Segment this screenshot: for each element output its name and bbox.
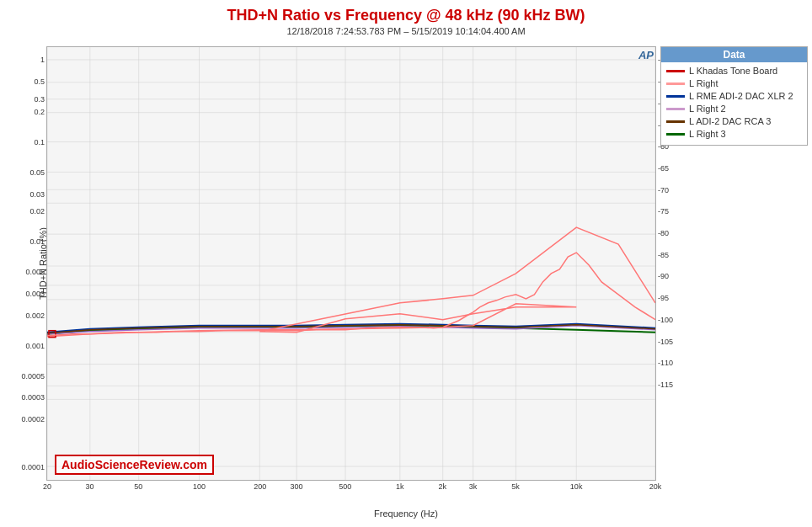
legend-item-label: L ADI-2 DAC RCA 3: [689, 116, 771, 126]
y-tick-right: -115: [658, 381, 673, 389]
x-tick: 200: [254, 482, 266, 491]
y-tick-left: 0.003: [25, 290, 45, 298]
y-tick-left: 0.0003: [21, 393, 45, 402]
x-tick: 10k: [570, 482, 583, 491]
legend-color-swatch: [666, 95, 685, 98]
legend-item: L Right: [666, 78, 802, 88]
chart-container: THD+N Ratio vs Frequency @ 48 kHz (90 kH…: [0, 0, 812, 527]
y-tick-left: 0.005: [25, 268, 45, 276]
y-tick-left: 0.3: [34, 95, 45, 104]
legend-item: L Khadas Tone Board: [666, 66, 802, 76]
x-tick: 500: [339, 482, 351, 491]
x-tick: 5k: [511, 482, 520, 491]
x-tick: 2k: [439, 482, 447, 491]
y-tick-right: -75: [658, 207, 669, 216]
y-tick-right: -90: [658, 272, 669, 280]
legend-item-label: L Right 3: [689, 129, 726, 139]
chart-title: THD+N Ratio vs Frequency @ 48 kHz (90 kH…: [0, 0, 812, 24]
y-tick-left: 0.2: [34, 108, 45, 116]
x-tick: 1k: [396, 482, 404, 491]
y-tick-left: 0.02: [29, 207, 45, 216]
legend-item-label: L Right: [689, 78, 718, 88]
legend-box: Data L Khadas Tone BoardL RightL RME ADI…: [660, 46, 808, 146]
y-tick-right: -85: [658, 251, 669, 259]
y-tick-left: 0.03: [29, 190, 45, 199]
y-tick-right: -100: [658, 316, 673, 324]
y-tick-left: 0.1: [34, 138, 45, 146]
legend-item: L ADI-2 DAC RCA 3: [666, 116, 802, 126]
y-tick-left: 0.5: [34, 77, 45, 86]
x-tick: 3k: [469, 482, 478, 491]
legend-color-swatch: [666, 108, 685, 110]
legend-item-label: L Right 2: [689, 104, 726, 114]
legend-color-swatch: [666, 83, 685, 85]
legend-item-label: L Khadas Tone Board: [689, 66, 777, 76]
y-tick-left: 0.05: [29, 168, 45, 177]
legend-color-swatch: [666, 70, 685, 72]
y-tick-left: 0.002: [25, 311, 45, 320]
x-tick: 30: [86, 482, 94, 491]
chart-subtitle: 12/18/2018 7:24:53.783 PM – 5/15/2019 10…: [0, 26, 812, 36]
x-tick: 20k: [649, 482, 662, 491]
y-tick-right: -110: [658, 359, 673, 367]
x-axis-label: Frequency (Hz): [374, 508, 438, 519]
legend-item: L RME ADI-2 DAC XLR 2: [666, 91, 802, 101]
legend-item: L Right 2: [666, 104, 802, 114]
y-tick-right: -70: [658, 186, 669, 194]
y-tick-right: -80: [658, 229, 669, 237]
y-tick-left: 0.0002: [21, 415, 45, 423]
y-tick-left: 0.0005: [21, 372, 45, 381]
x-tick: 100: [193, 482, 206, 491]
x-tick: 20: [43, 482, 51, 491]
legend-color-swatch: [666, 133, 685, 136]
legend-title: Data: [661, 47, 807, 62]
x-tick: 50: [134, 482, 142, 491]
y-tick-left: 1: [40, 56, 45, 64]
y-tick-left: 0.001: [25, 342, 45, 350]
y-tick-right: -65: [658, 164, 669, 173]
legend-color-swatch: [666, 120, 685, 123]
watermark: AudioScienceReview.com: [55, 455, 214, 475]
y-tick-left: 0.0001: [21, 463, 45, 471]
x-tick: 300: [291, 482, 303, 491]
legend-item: L Right 3: [666, 129, 802, 139]
ap-logo: AP: [638, 49, 654, 61]
y-tick-right: -105: [658, 338, 673, 346]
y-tick-left: 0.01: [29, 237, 45, 246]
chart-area: 10.50.30.20.10.050.030.020.010.0050.0030…: [46, 46, 656, 481]
legend-item-label: L RME ADI-2 DAC XLR 2: [689, 91, 793, 101]
y-tick-right: -95: [658, 294, 669, 302]
